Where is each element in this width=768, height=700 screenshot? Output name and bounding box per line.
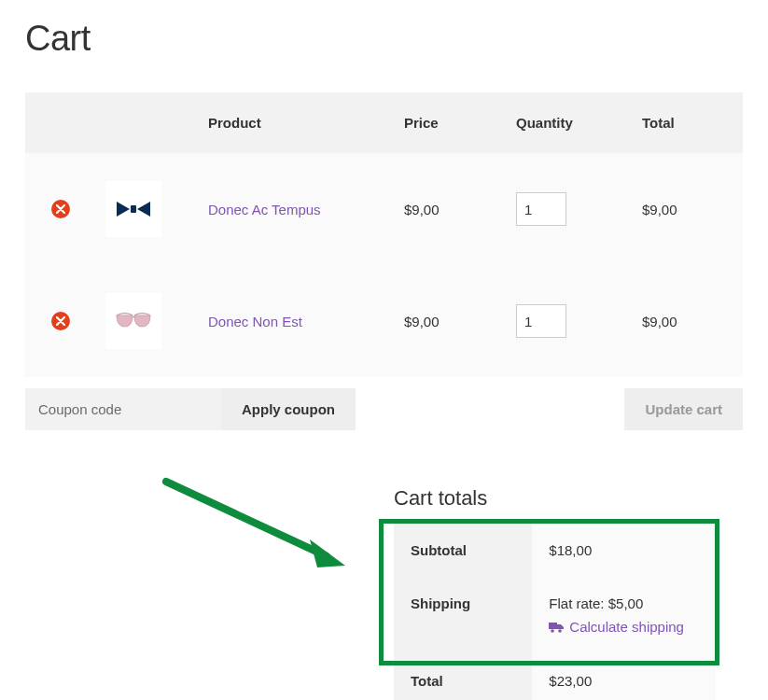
total-value: $23,00 xyxy=(532,654,716,701)
item-price: $9,00 xyxy=(389,153,501,265)
svg-point-2 xyxy=(552,629,555,633)
svg-point-3 xyxy=(559,629,563,633)
shipping-label: Shipping xyxy=(394,577,532,654)
quantity-input[interactable] xyxy=(516,192,566,226)
cart-totals-heading: Cart totals xyxy=(394,486,716,511)
svg-rect-0 xyxy=(131,205,136,213)
calculate-shipping-label: Calculate shipping xyxy=(569,619,684,635)
coupon-input[interactable] xyxy=(25,388,221,430)
svg-marker-5 xyxy=(310,539,345,567)
total-label: Total xyxy=(394,654,532,701)
remove-item-button[interactable] xyxy=(51,312,70,330)
shipping-value: Flat rate: $5,00 xyxy=(549,595,643,611)
apply-coupon-button[interactable]: Apply coupon xyxy=(221,388,356,430)
product-link[interactable]: Donec Non Est xyxy=(208,314,302,329)
cart-totals-table: Subtotal $18,00 Shipping Flat rate: $5,0… xyxy=(394,524,716,700)
truck-icon xyxy=(549,622,564,633)
col-price: Price xyxy=(389,92,501,153)
subtotal-value: $18,00 xyxy=(532,524,716,577)
remove-item-button[interactable] xyxy=(51,200,70,218)
close-icon xyxy=(56,204,65,214)
bowtie-icon xyxy=(115,200,152,218)
col-quantity: Quantity xyxy=(501,92,627,153)
table-row: Donec Ac Tempus $9,00 $9,00 xyxy=(25,153,743,265)
update-cart-button[interactable]: Update cart xyxy=(624,388,743,430)
cart-table: Product Price Quantity Total Donec Ac xyxy=(25,92,743,377)
quantity-input[interactable] xyxy=(516,304,566,338)
subtotal-label: Subtotal xyxy=(394,524,532,577)
item-total: $9,00 xyxy=(627,153,743,265)
close-icon xyxy=(56,316,65,326)
page-title: Cart xyxy=(25,19,743,59)
item-price: $9,00 xyxy=(389,265,501,377)
product-thumbnail[interactable] xyxy=(105,293,161,349)
annotation-arrow xyxy=(149,474,373,586)
sunglasses-icon xyxy=(114,312,153,330)
product-thumbnail[interactable] xyxy=(105,181,161,237)
item-total: $9,00 xyxy=(627,265,743,377)
svg-rect-1 xyxy=(549,623,557,629)
svg-line-4 xyxy=(166,482,327,556)
product-link[interactable]: Donec Ac Tempus xyxy=(208,202,321,217)
col-total: Total xyxy=(627,92,743,153)
table-row: Donec Non Est $9,00 $9,00 xyxy=(25,265,743,377)
calculate-shipping-link[interactable]: Calculate shipping xyxy=(549,619,684,635)
col-product: Product xyxy=(193,92,389,153)
